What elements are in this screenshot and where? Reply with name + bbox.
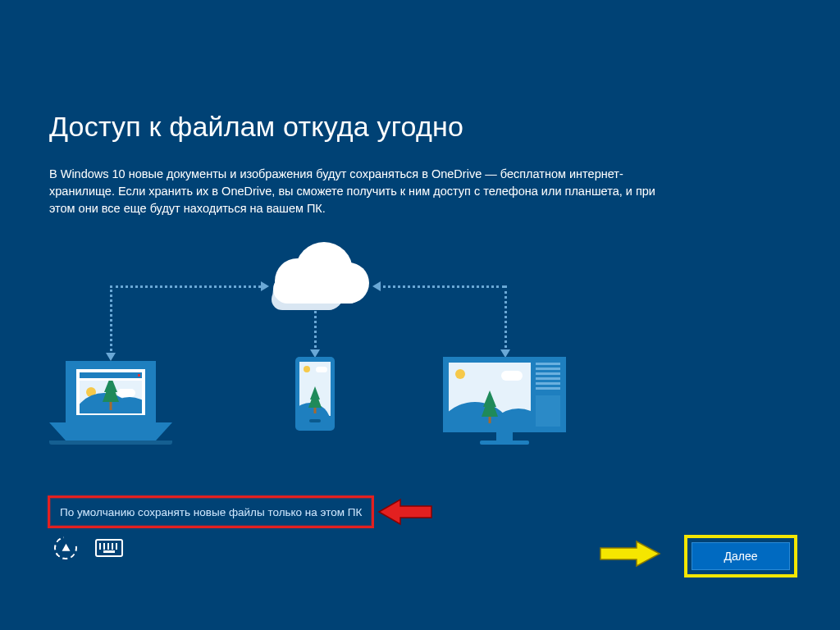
page-description: В Windows 10 новые документы и изображен…: [49, 166, 673, 217]
svg-marker-1: [600, 541, 660, 566]
annotation-red-box: По умолчанию сохранять новые файлы тольк…: [48, 495, 374, 528]
annotation-yellow-box: Далее: [684, 535, 797, 578]
laptop-icon: [66, 361, 172, 445]
monitor-icon: [443, 357, 566, 445]
cloud-icon: [267, 238, 365, 304]
onedrive-illustration: [49, 238, 574, 451]
ease-of-access-icon[interactable]: [50, 532, 82, 564]
svg-marker-0: [379, 500, 431, 524]
next-button[interactable]: Далее: [692, 542, 790, 570]
save-local-only-link[interactable]: По умолчанию сохранять новые файлы тольк…: [60, 506, 362, 518]
phone-icon: [295, 357, 335, 431]
annotation-arrow-left-icon: [377, 497, 435, 527]
on-screen-keyboard-icon[interactable]: [95, 539, 123, 557]
page-title: Доступ к файлам откуда угодно: [49, 111, 791, 143]
annotation-arrow-right-icon: [597, 540, 661, 568]
